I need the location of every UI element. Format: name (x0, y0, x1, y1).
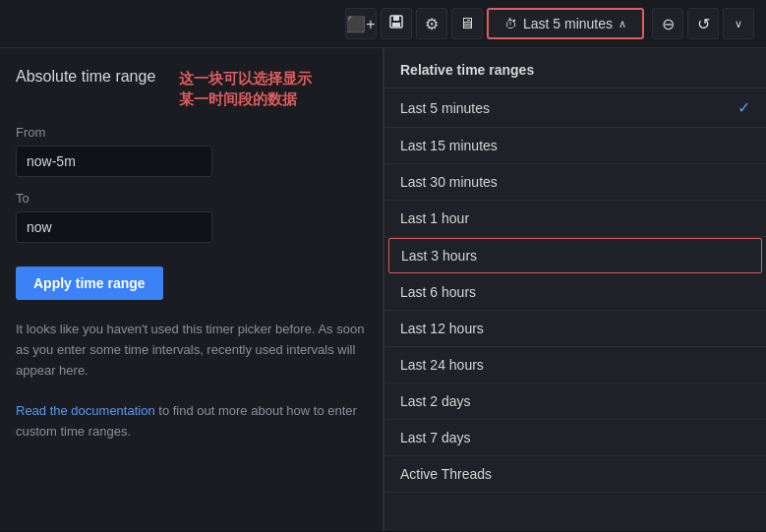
dropdown-item-label: Last 5 minutes (400, 100, 490, 116)
save-icon (388, 14, 404, 33)
chevron-down-icon: ∨ (735, 18, 742, 30)
main-content: Absolute time range 这一块可以选择显示 某一时间段的数据 F… (0, 48, 766, 531)
zoom-out-icon: ⊖ (662, 15, 675, 33)
refresh-button[interactable]: ↺ (687, 8, 719, 39)
right-panel: Relative time ranges Last 5 minutes✓Last… (383, 48, 766, 531)
save-button[interactable] (381, 8, 412, 39)
from-field-group: From (16, 125, 367, 177)
dropdown-items-container: Last 5 minutes✓Last 15 minutesLast 30 mi… (384, 89, 766, 493)
monitor-button[interactable]: 🖥 (451, 8, 483, 39)
dropdown-item[interactable]: Last 12 hours (384, 311, 766, 347)
monitor-icon: 🖥 (459, 15, 475, 32)
dropdown-item-label: Last 12 hours (400, 321, 484, 336)
dropdown-item[interactable]: Last 7 days (384, 420, 766, 456)
add-panel-button[interactable]: ⬛+ (345, 8, 377, 39)
dropdown-item-label: Last 15 minutes (400, 138, 498, 153)
zoom-out-button[interactable]: ⊖ (652, 8, 683, 39)
relative-time-ranges-title: Relative time ranges (384, 48, 766, 89)
dropdown-item[interactable]: Last 1 hour (384, 201, 766, 237)
from-input[interactable] (16, 146, 212, 177)
time-range-label: Last 5 minutes (523, 16, 613, 31)
dropdown-item-label: Active Threads (400, 466, 492, 482)
svg-rect-1 (393, 16, 399, 21)
to-field-group: To (16, 191, 367, 243)
more-button[interactable]: ∨ (723, 8, 754, 39)
dropdown-item-label: Last 6 hours (400, 284, 476, 300)
dropdown-item[interactable]: Last 5 minutes✓ (384, 89, 766, 128)
dropdown-item-label: Last 24 hours (400, 357, 484, 373)
dropdown-item[interactable]: Active Threads (384, 456, 766, 493)
clock-icon: ⏱ (504, 17, 517, 31)
to-input[interactable] (16, 211, 212, 243)
dropdown-item-label: Last 1 hour (400, 210, 469, 226)
dropdown-item-label: Last 30 minutes (400, 174, 498, 190)
toolbar: ⬛+ ⚙ 🖥 ⏱ Last 5 minutes ∧ ⊖ ↺ ∨ (0, 0, 766, 48)
check-icon: ✓ (737, 98, 750, 117)
dropdown-item[interactable]: Last 24 hours (384, 347, 766, 384)
gear-icon: ⚙ (425, 15, 439, 33)
to-label: To (16, 191, 367, 206)
dropdown-item[interactable]: Last 2 days (384, 384, 766, 420)
chinese-note: 这一块可以选择显示 某一时间段的数据 (179, 68, 312, 109)
refresh-icon: ↺ (697, 15, 710, 33)
dropdown-item[interactable]: Last 30 minutes (384, 164, 766, 201)
time-range-button[interactable]: ⏱ Last 5 minutes ∧ (487, 8, 644, 39)
dropdown-item-label: Last 3 hours (401, 248, 477, 264)
svg-rect-2 (392, 23, 400, 27)
dropdown-item-label: Last 2 days (400, 393, 471, 409)
header-row: Absolute time range 这一块可以选择显示 某一时间段的数据 (16, 68, 367, 109)
dropdown-item[interactable]: Last 3 hours (388, 238, 762, 273)
settings-button[interactable]: ⚙ (416, 8, 447, 39)
dropdown-item[interactable]: Last 15 minutes (384, 128, 766, 164)
dropdown-item-label: Last 7 days (400, 430, 471, 445)
dropdown-item[interactable]: Last 6 hours (384, 274, 766, 311)
add-panel-icon: ⬛+ (346, 15, 375, 33)
left-panel: Absolute time range 这一块可以选择显示 某一时间段的数据 F… (0, 48, 383, 531)
toolbar-right: ⊖ ↺ ∨ (652, 8, 754, 39)
read-documentation-link[interactable]: Read the documentation (16, 403, 155, 418)
chevron-up-icon: ∧ (619, 18, 626, 30)
info-text-1: It looks like you haven't used this time… (16, 322, 364, 378)
absolute-time-range-title: Absolute time range (16, 68, 155, 86)
apply-time-range-button[interactable]: Apply time range (16, 266, 163, 300)
from-label: From (16, 125, 367, 140)
info-box: It looks like you haven't used this time… (16, 320, 367, 443)
